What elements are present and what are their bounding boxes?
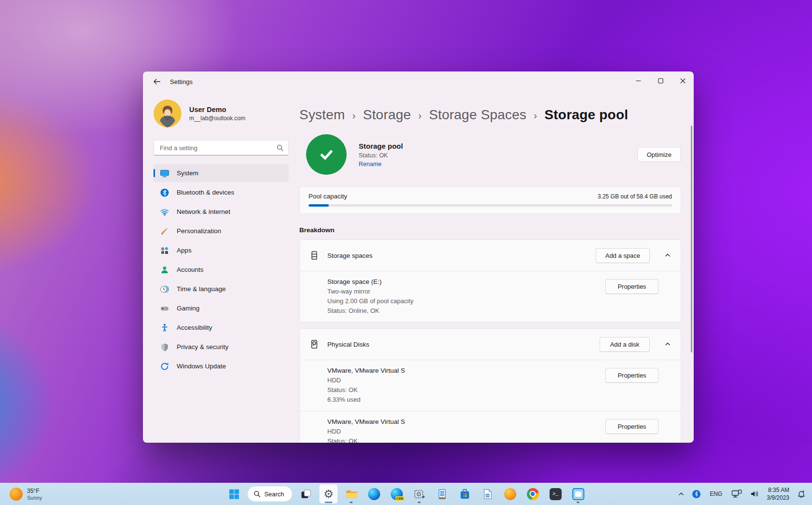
minimize-button[interactable] <box>627 71 649 90</box>
chevron-up-icon[interactable] <box>664 252 671 259</box>
breadcrumb-storage[interactable]: Storage <box>363 107 411 123</box>
disk-properties-button[interactable]: Properties <box>605 368 658 383</box>
disk-properties-button[interactable]: Properties <box>605 419 658 434</box>
breadcrumb-current: Storage pool <box>545 107 629 123</box>
optimize-button[interactable]: Optimize <box>637 147 681 162</box>
system-tray: ENG 8:35 AM 3/9/2023 z <box>676 483 808 505</box>
language-indicator[interactable]: ENG <box>706 485 726 503</box>
pool-title: Storage pool <box>359 142 403 150</box>
orange-browser-button[interactable] <box>501 484 519 504</box>
taskbar: 35°F Sunny Search ⚙ <box>0 483 812 505</box>
sidebar-nav: System Bluetooth & devices Network & int… <box>154 164 289 375</box>
sidebar-item-apps[interactable]: Apps <box>154 241 289 259</box>
rename-link[interactable]: Rename <box>359 161 381 168</box>
gaming-icon <box>160 304 169 313</box>
maximize-button[interactable] <box>649 71 672 90</box>
window-scrollbar[interactable] <box>691 126 692 352</box>
settings-search[interactable] <box>154 140 289 155</box>
open-app-indicator <box>577 502 580 503</box>
user-email: m__lab@outlook.com <box>189 115 245 122</box>
accessibility-icon <box>160 323 169 333</box>
sidebar-item-time-language[interactable]: Time & language <box>154 280 289 298</box>
tray-time: 8:35 AM <box>767 486 789 494</box>
time-language-icon <box>160 284 169 294</box>
bell-dnd-icon: z <box>797 490 806 498</box>
sidebar-item-personalization[interactable]: Personalization <box>154 222 289 240</box>
sidebar-item-windows-update[interactable]: Windows Update <box>154 357 289 375</box>
main-content: System › Storage › Storage Spaces › Stor… <box>299 92 694 443</box>
media-app-icon <box>572 488 584 500</box>
open-app-indicator <box>350 502 353 503</box>
notepad-icon <box>436 488 448 500</box>
start-button[interactable] <box>224 484 243 504</box>
windows-logo-icon <box>228 488 240 500</box>
media-app-button[interactable] <box>569 484 588 504</box>
edge-canary-button[interactable] <box>388 484 406 504</box>
open-app-indicator <box>418 502 421 503</box>
taskbar-search[interactable]: Search <box>247 486 292 502</box>
personalization-icon <box>160 226 169 236</box>
tray-chevron-button[interactable] <box>676 485 686 503</box>
document-app-button[interactable] <box>478 484 497 504</box>
sidebar-item-accounts[interactable]: Accounts <box>154 261 289 279</box>
sidebar-item-label: Apps <box>177 247 192 254</box>
file-explorer-button[interactable] <box>342 484 361 504</box>
system-icon <box>160 168 169 178</box>
disk-status: Status: OK <box>327 386 673 393</box>
pool-capacity-label: Pool capacity <box>308 193 347 200</box>
bluetooth-icon <box>692 490 700 498</box>
breadcrumb-storage-spaces[interactable]: Storage Spaces <box>429 107 526 123</box>
add-space-button[interactable]: Add a space <box>596 248 650 263</box>
user-name: User Demo <box>189 106 245 113</box>
snipping-tool-button[interactable] <box>410 484 429 504</box>
chrome-button[interactable] <box>524 484 542 504</box>
sidebar-item-gaming[interactable]: Gaming <box>154 299 289 317</box>
back-button[interactable] <box>149 74 164 89</box>
document-globe-icon <box>481 488 493 500</box>
close-button[interactable] <box>672 71 694 90</box>
pool-header: Storage pool Status: OK Rename Optimize <box>299 134 694 175</box>
taskbar-apps: Search ⚙ <box>224 483 587 505</box>
network-button[interactable] <box>729 485 744 503</box>
chevron-up-icon[interactable] <box>664 341 671 348</box>
active-app-indicator <box>325 502 333 503</box>
user-profile[interactable]: User Demo m__lab@outlook.com <box>154 99 289 127</box>
breakdown-heading: Breakdown <box>299 226 694 234</box>
volume-button[interactable] <box>748 485 761 503</box>
edge-button[interactable] <box>365 484 383 504</box>
folder-icon <box>345 488 357 500</box>
task-view-button[interactable] <box>297 484 315 504</box>
breadcrumb: System › Storage › Storage Spaces › Stor… <box>299 107 694 123</box>
shield-icon <box>160 342 169 352</box>
storage-space-row: Storage space (E:) Two-way mirror Using … <box>300 271 681 322</box>
capacity-progress-fill <box>308 204 329 207</box>
add-disk-button[interactable]: Add a disk <box>600 337 650 352</box>
physical-disks-card: Physical Disks Add a disk VMware, VMware… <box>299 328 681 443</box>
sidebar-item-privacy-security[interactable]: Privacy & security <box>154 338 289 356</box>
clock[interactable]: 8:35 AM 3/9/2023 <box>765 486 791 502</box>
back-arrow-icon <box>153 79 160 84</box>
microsoft-store-button[interactable] <box>456 484 474 504</box>
search-input[interactable] <box>160 144 277 152</box>
space-properties-button[interactable]: Properties <box>605 279 658 294</box>
terminal-button[interactable]: >_ <box>546 484 565 504</box>
sidebar-item-system[interactable]: System <box>154 164 289 182</box>
physical-disks-header[interactable]: Physical Disks Add a disk <box>300 329 681 360</box>
tray-bluetooth-button[interactable] <box>690 485 703 503</box>
sidebar-item-bluetooth-devices[interactable]: Bluetooth & devices <box>154 183 289 201</box>
avatar <box>154 99 182 127</box>
storage-spaces-header[interactable]: Storage spaces Add a space <box>300 240 681 271</box>
breadcrumb-system[interactable]: System <box>299 107 345 123</box>
physical-disk-icon <box>308 339 320 350</box>
breadcrumb-separator: › <box>533 110 537 121</box>
sidebar-item-network-internet[interactable]: Network & internet <box>154 203 289 221</box>
gear-icon: ⚙ <box>323 489 334 500</box>
notepad-button[interactable] <box>433 484 451 504</box>
sidebar-item-accessibility[interactable]: Accessibility <box>154 319 289 337</box>
tray-date: 3/9/2023 <box>767 494 789 502</box>
notifications-button[interactable]: z <box>795 485 808 503</box>
edge-icon <box>368 488 380 500</box>
weather-widget[interactable]: 35°F Sunny <box>6 483 46 505</box>
bluetooth-icon <box>160 188 169 197</box>
settings-app-button[interactable]: ⚙ <box>320 484 338 504</box>
